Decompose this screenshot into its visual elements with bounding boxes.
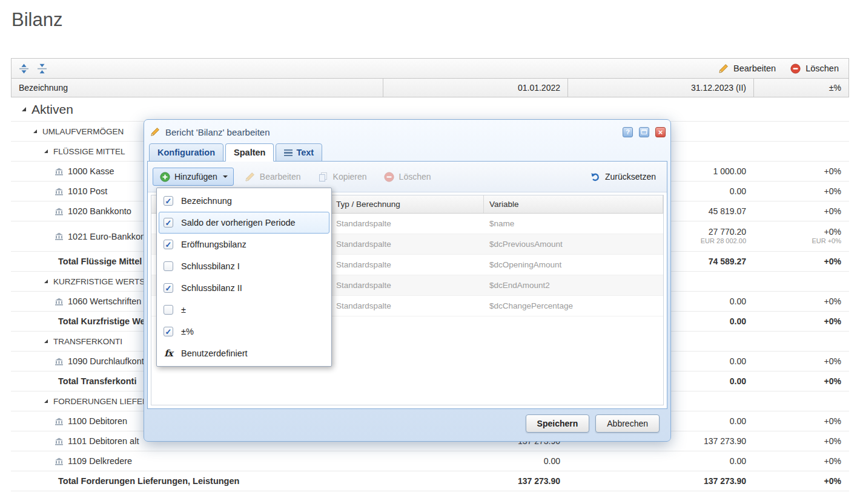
menu-item[interactable]: ±% (159, 321, 329, 342)
value-pct: +0% (754, 436, 849, 446)
value-pct: +0% (754, 257, 849, 266)
add-column-label: Hinzufügen (174, 172, 217, 182)
grid-cell-variable: $dcEndAmount2 (484, 275, 663, 295)
menu-item[interactable]: Benutzerdefiniert (159, 342, 329, 364)
menu-item-label: Bezeichnung (181, 196, 232, 206)
menu-items: BezeichnungSaldo der vorherigen PeriodeE… (159, 190, 329, 364)
edit-column-button[interactable]: Bearbeiten (238, 168, 307, 186)
close-button[interactable] (655, 127, 666, 137)
value-2023-main: 0.00 (730, 416, 746, 426)
value-pct-main: +0% (824, 316, 841, 326)
dialog-titlebar[interactable]: Bericht 'Bilanz' bearbeiten (147, 123, 667, 141)
checkbox-unchecked-icon[interactable] (164, 261, 173, 271)
cancel-button[interactable]: Abbrechen (595, 414, 660, 433)
grid-cell-type: Standardspalte (331, 275, 484, 295)
header-2023[interactable]: 31.12.2023 (II) (567, 79, 753, 97)
value-pct-main: +0% (824, 166, 841, 176)
grid-header-type[interactable]: Typ / Berechnung (331, 195, 484, 213)
value-2023-main: 0.00 (730, 376, 746, 386)
value-pct-main: +0% (824, 376, 841, 386)
edit-report-button[interactable]: Bearbeiten (713, 61, 779, 76)
delete-column-label: Löschen (399, 172, 431, 182)
row-label-cell: Aktiven (11, 102, 383, 117)
menu-item[interactable]: Schlussbilanz II (159, 277, 329, 299)
add-column-button[interactable]: Hinzufügen (153, 168, 234, 186)
bank-icon (55, 168, 64, 175)
copy-column-button[interactable]: Kopieren (311, 168, 373, 186)
row-label: 1060 Wertschriften (68, 296, 141, 306)
checkbox-checked-icon[interactable] (164, 283, 173, 293)
table-row[interactable]: Aktiven (11, 97, 849, 122)
value-2022: 0.00 (383, 456, 568, 466)
grid-cell-variable: $dcChangePercentage (484, 296, 663, 316)
value-pct-main: +0% (824, 296, 841, 306)
delete-column-button[interactable]: Löschen (377, 168, 437, 186)
header-bezeichnung[interactable]: Bezeichnung (12, 79, 383, 97)
expand-all-icon[interactable] (18, 62, 30, 74)
menu-item-label: Eröffnungsbilanz (181, 240, 246, 249)
header-2022[interactable]: 01.01.2022 (383, 79, 567, 97)
tab-label: Spalten (234, 148, 265, 157)
caret-down-icon (223, 175, 228, 178)
bank-icon (55, 208, 64, 215)
expand-arrow-icon[interactable] (33, 129, 37, 133)
tab-text[interactable]: Text (276, 143, 322, 162)
menu-item[interactable]: Eröffnungsbilanz (159, 234, 329, 255)
menu-item[interactable]: Bezeichnung (159, 190, 329, 212)
menu-item[interactable]: Schlussbilanz I (159, 255, 329, 277)
checkbox-checked-icon[interactable] (164, 196, 173, 206)
value-2023-main: 1 000.00 (713, 166, 747, 176)
fx-icon (164, 348, 173, 359)
checkbox-checked-icon[interactable] (164, 327, 173, 336)
value-2022-main: 0.00 (544, 456, 560, 466)
grid-header-variable[interactable]: Variable (484, 195, 663, 213)
checkbox-checked-icon[interactable] (164, 240, 173, 249)
expand-arrow-icon[interactable] (22, 107, 26, 111)
copy-column-label: Kopieren (333, 172, 367, 182)
collapse-all-icon[interactable] (36, 62, 48, 74)
value-pct-main: +0% (824, 476, 841, 486)
value-2022: 137 273.90 (383, 476, 568, 486)
expand-arrow-icon[interactable] (44, 339, 48, 343)
checkbox-unchecked-icon[interactable] (164, 305, 173, 315)
tab-konfiguration[interactable]: Konfiguration (149, 143, 223, 162)
dialog-footer: Speichern Abbrechen (147, 409, 667, 438)
row-label: UMLAUFVERMÖGEN (42, 127, 124, 136)
grid-cell-variable: $name (484, 214, 663, 234)
value-pct-main: +0% (824, 257, 841, 266)
row-label: 1100 Debitoren (68, 416, 127, 426)
value-2023-main: 0.00 (730, 456, 746, 466)
save-button[interactable]: Speichern (526, 414, 590, 433)
delete-report-button[interactable]: Löschen (786, 61, 842, 76)
reset-button[interactable]: Zurücksetzen (583, 168, 662, 186)
header-pct[interactable]: ±% (753, 79, 848, 97)
menu-item-label: Benutzerdefiniert (181, 349, 248, 358)
grid-cell-type: Standardspalte (331, 234, 484, 254)
expand-arrow-icon[interactable] (44, 280, 48, 283)
maximize-button[interactable] (639, 127, 649, 137)
value-pct: +0% (754, 356, 849, 366)
value-2023-main: 0.00 (730, 186, 746, 196)
tab-label: Text (296, 148, 314, 157)
page-title: Bilanz (0, 0, 860, 31)
value-2023-main: 27 770.20 (709, 227, 746, 237)
bank-icon (55, 437, 64, 445)
menu-item[interactable]: ± (159, 299, 329, 321)
edit-report-dialog: Bericht 'Bilanz' bearbeiten Konfiguratio… (144, 119, 671, 442)
expand-arrow-icon[interactable] (44, 399, 48, 403)
help-button[interactable] (623, 127, 633, 137)
value-2023-main: 137 273.90 (704, 436, 746, 446)
bank-icon (55, 358, 64, 365)
tab-spalten[interactable]: Spalten (225, 143, 274, 162)
value-pct-main: +0% (824, 456, 841, 466)
bank-icon (55, 298, 64, 306)
row-label: 1000 Kasse (68, 166, 114, 176)
table-row[interactable]: 1109 Delkredere0.000.00+0% (11, 451, 849, 471)
menu-item-label: Schlussbilanz II (181, 283, 242, 293)
menu-item[interactable]: Saldo der vorherigen Periode (159, 212, 329, 234)
expand-arrow-icon[interactable] (44, 149, 48, 153)
value-pct-main: +0% (824, 356, 841, 366)
checkbox-checked-icon[interactable] (164, 218, 173, 227)
bank-icon (55, 457, 64, 465)
table-row[interactable]: Total Forderungen Lieferungen, Leistunge… (11, 471, 849, 491)
